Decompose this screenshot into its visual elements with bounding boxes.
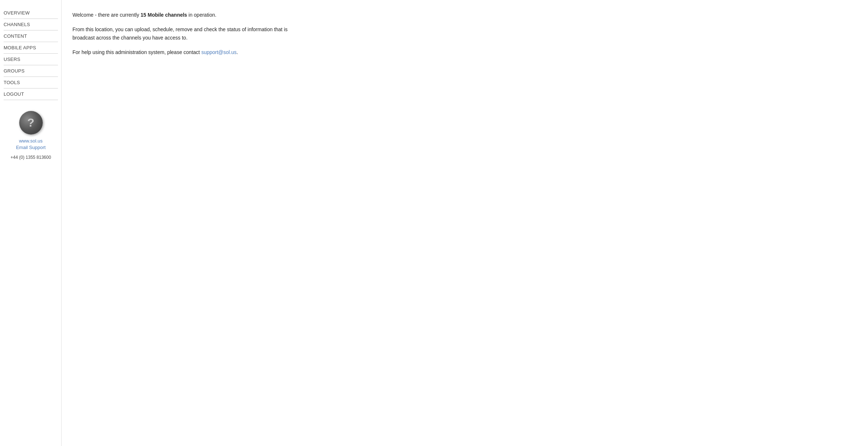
sidebar-item-groups[interactable]: GROUPS [4,65,58,77]
sidebar-item-channels[interactable]: CHANNELS [4,19,58,30]
support-email-link[interactable]: support@sol.us [201,49,237,55]
email-support-link[interactable]: Email Support [16,145,46,150]
channel-highlight: 15 Mobile channels [141,12,187,18]
sidebar-item-content[interactable]: CONTENT [4,30,58,42]
sidebar-item-overview[interactable]: OVERVIEW [4,7,58,19]
welcome-suffix: in operation. [187,12,216,18]
main-content: Welcome - there are currently 15 Mobile … [62,0,315,446]
help-suffix: . [237,49,238,55]
sidebar-item-tools[interactable]: TOOLS [4,77,58,88]
welcome-paragraph: Welcome - there are currently 15 Mobile … [72,11,304,19]
help-prefix: For help using this administration syste… [72,49,201,55]
support-section: ? www.sol.us Email Support +44 (0) 1355 … [4,111,58,160]
website-link[interactable]: www.sol.us [19,138,42,144]
help-icon: ? [19,111,43,135]
sidebar-nav: OVERVIEWCHANNELSCONTENTMOBILE APPSUSERSG… [4,7,58,100]
sidebar: OVERVIEWCHANNELSCONTENTMOBILE APPSUSERSG… [0,0,62,446]
phone-number: +44 (0) 1355 813600 [11,155,51,160]
sidebar-item-logout[interactable]: LOGOUT [4,88,58,100]
question-mark-icon: ? [27,117,34,128]
help-paragraph: For help using this administration syste… [72,48,304,56]
info-paragraph: From this location, you can upload, sche… [72,25,304,42]
sidebar-item-mobile-apps[interactable]: MOBILE APPS [4,42,58,54]
sidebar-item-users[interactable]: USERS [4,54,58,65]
welcome-prefix: Welcome - there are currently [72,12,141,18]
